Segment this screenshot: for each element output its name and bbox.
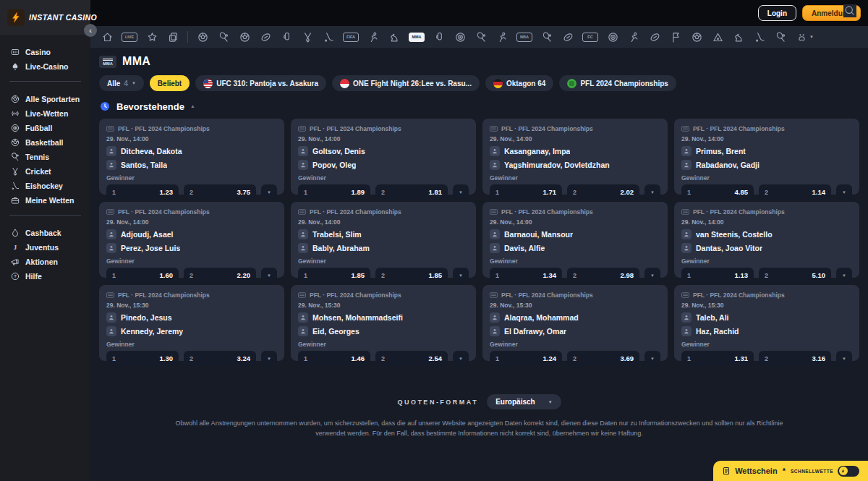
table-tennis-icon[interactable]	[475, 30, 488, 43]
fighter-row[interactable]: Primus, Brent	[681, 146, 852, 156]
odds-button-2[interactable]: 25.10	[759, 268, 831, 283]
odds-button-1[interactable]: 11.34	[490, 268, 562, 283]
betslip-bar[interactable]: Wettschein * SCHNELLWETTE	[713, 461, 868, 481]
odds-button-1[interactable]: 11.46	[298, 351, 370, 366]
odds-button-1[interactable]: 11.30	[106, 351, 179, 366]
sidebar-item-aktionen[interactable]: Aktionen	[0, 255, 90, 269]
odds-button-1[interactable]: 11.60	[106, 268, 179, 283]
basketball-icon[interactable]	[238, 30, 251, 43]
fighter-row[interactable]: Perez, Jose Luis	[106, 243, 277, 253]
odds-button-1[interactable]: 11.13	[681, 268, 754, 283]
fighter-row[interactable]: Popov, Oleg	[298, 160, 469, 170]
odds-button-1[interactable]: 11.23	[106, 184, 179, 200]
more-markets-button[interactable]: ▼	[453, 268, 469, 283]
fighter-row[interactable]: Mohsen, Mohammadseifi	[298, 312, 469, 323]
fighter-row[interactable]: Dantas, Joao Vitor	[681, 243, 852, 253]
rugby-icon[interactable]	[648, 30, 661, 43]
nba2k-icon[interactable]: NBA	[516, 33, 532, 42]
odds-button-2[interactable]: 23.69	[567, 351, 639, 366]
more-markets-button[interactable]: ▼	[644, 184, 660, 200]
more-markets-button[interactable]: ▼	[836, 268, 852, 283]
league-row[interactable]: PFL · PFL 2024 Championships	[298, 125, 469, 132]
more-markets-button[interactable]: ▼	[261, 184, 277, 200]
odds-button-2[interactable]: 21.14	[759, 184, 831, 200]
odds-button-2[interactable]: 22.54	[375, 351, 448, 366]
horse-racing-icon[interactable]	[388, 30, 401, 43]
sidebar-item-cashback[interactable]: Cashback	[0, 226, 90, 240]
billiards-icon[interactable]	[711, 30, 724, 43]
chess-icon[interactable]	[732, 30, 745, 43]
odds-button-2[interactable]: 23.75	[184, 184, 256, 200]
odds-button-1[interactable]: 11.24	[490, 351, 562, 366]
filter-chip-pfl-2024-championships[interactable]: PFL 2024 Championships	[559, 75, 676, 91]
fighter-row[interactable]: Kennedy, Jeremy	[106, 326, 277, 336]
sidebar-item-eishockey[interactable]: Eishockey	[0, 179, 90, 193]
fighter-row[interactable]: Ditcheva, Dakota	[106, 146, 277, 156]
soccer-icon[interactable]	[196, 30, 209, 43]
sidebar-item-alle-sportarten[interactable]: Alle Sportarten	[0, 92, 90, 106]
odds-button-1[interactable]: 11.71	[490, 184, 562, 200]
sidebar-item-juventus[interactable]: JJuventus	[0, 240, 90, 255]
etennis-icon[interactable]	[774, 30, 787, 43]
login-button[interactable]: Login	[758, 5, 796, 21]
odds-button-1[interactable]: 14.85	[681, 184, 754, 200]
sidebar-item-live-wetten[interactable]: Live-Wetten	[0, 106, 90, 121]
league-row[interactable]: PFL · PFL 2024 Championships	[490, 291, 660, 299]
american-football-icon[interactable]	[259, 30, 272, 43]
fighter-row[interactable]: El Dafrawy, Omar	[490, 326, 660, 336]
baseball-icon[interactable]	[280, 30, 293, 43]
brand-logo[interactable]: INSTANT CASINO	[0, 0, 90, 35]
swimming-icon[interactable]	[627, 30, 640, 43]
league-row[interactable]: PFL · PFL 2024 Championships	[106, 291, 277, 299]
more-markets-button[interactable]: ▼	[836, 184, 852, 200]
filter-all-chip[interactable]: Alle 4 ▼	[99, 75, 144, 91]
fighter-row[interactable]: Kasanganay, Impa	[490, 146, 660, 156]
odds-button-2[interactable]: 23.16	[759, 351, 831, 366]
fighter-row[interactable]: Goltsov, Denis	[298, 146, 469, 156]
badminton-icon[interactable]	[540, 30, 553, 43]
sidebar-item-tennis[interactable]: Tennis	[0, 150, 90, 164]
lacrosse-icon[interactable]	[322, 30, 335, 43]
fighter-row[interactable]: Haz, Rachid	[681, 326, 852, 336]
odds-button-1[interactable]: 11.89	[298, 184, 370, 200]
league-row[interactable]: PFL · PFL 2024 Championships	[298, 291, 469, 299]
upcoming-section-header[interactable]: Bevorstehende ▲	[99, 101, 868, 112]
darts-live-icon[interactable]	[606, 30, 619, 43]
odds-button-1[interactable]: 11.31	[681, 351, 754, 366]
odds-button-2[interactable]: 22.98	[567, 268, 639, 283]
fighter-row[interactable]: van Steenis, Costello	[681, 229, 852, 239]
volleyball-icon[interactable]	[690, 30, 703, 43]
sidebar-item-casino[interactable]: Casino	[0, 45, 90, 59]
fighter-row[interactable]: Pinedo, Jesus	[106, 312, 277, 323]
search-icon[interactable]	[843, 4, 856, 17]
odds-button-2[interactable]: 22.02	[567, 184, 639, 200]
my-bets-icon[interactable]	[166, 30, 179, 43]
filter-chip-beliebt[interactable]: Beliebt	[150, 75, 190, 91]
fighter-row[interactable]: Rabadanov, Gadji	[681, 160, 852, 170]
more-sports-icon[interactable]	[795, 30, 808, 43]
league-row[interactable]: PFL · PFL 2024 Championships	[106, 208, 277, 216]
boxing-icon[interactable]	[433, 30, 446, 43]
mma-icon[interactable]: MMA	[409, 33, 425, 42]
league-row[interactable]: PFL · PFL 2024 Championships	[298, 208, 469, 216]
sidebar-item-basketball[interactable]: Basketball	[0, 135, 90, 150]
motorsport-icon[interactable]	[669, 30, 682, 43]
favorites-icon[interactable]	[145, 30, 158, 43]
odds-button-2[interactable]: 21.81	[375, 184, 448, 200]
fighter-row[interactable]: Davis, Alfie	[490, 243, 660, 253]
fighter-row[interactable]: Yagshimuradov, Dovletdzhan	[490, 160, 660, 170]
fighter-row[interactable]: Eid, Georges	[298, 326, 469, 336]
fighter-row[interactable]: Adjoudj, Asael	[106, 229, 277, 239]
handball-icon[interactable]	[495, 30, 509, 43]
league-row[interactable]: PFL · PFL 2024 Championships	[681, 291, 852, 299]
ice-hockey-icon[interactable]	[753, 30, 766, 43]
fighter-row[interactable]: Barnaoui, Mansour	[490, 229, 660, 239]
league-row[interactable]: PFL · PFL 2024 Championships	[681, 208, 852, 216]
fc-25-icon[interactable]: FC	[582, 33, 598, 42]
cricket-icon[interactable]	[301, 30, 314, 43]
more-markets-button[interactable]: ▼	[644, 268, 660, 283]
odds-button-1[interactable]: 11.85	[298, 268, 370, 283]
league-row[interactable]: PFL · PFL 2024 Championships	[681, 125, 852, 132]
home-icon[interactable]	[101, 30, 114, 43]
sidebar-collapse-button[interactable]: ‹	[84, 24, 97, 37]
